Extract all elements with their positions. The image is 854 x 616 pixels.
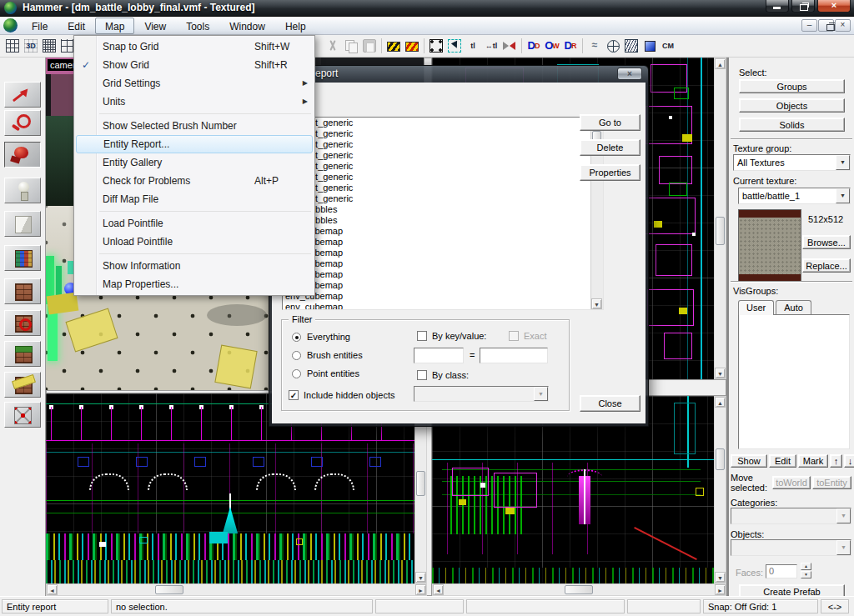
grid-smaller-button[interactable] <box>40 36 58 56</box>
browse-button[interactable]: Browse... <box>802 235 851 249</box>
entity-list-item[interactable]: env_cubemap <box>283 291 603 302</box>
visgroups-edit-button[interactable]: Edit <box>769 454 796 468</box>
map-menu-item-unload-pointfile[interactable]: Unload Pointfile <box>74 233 314 251</box>
map-menu-item-show-information[interactable]: Show Information <box>74 257 314 275</box>
move-down-button[interactable]: ↓ <box>844 454 854 468</box>
exact-checkbox[interactable] <box>509 331 519 341</box>
map-menu-item-entity-gallery[interactable]: Entity Gallery <box>74 153 314 172</box>
by-keyvalue-checkbox[interactable] <box>417 331 427 341</box>
by-class-checkbox[interactable] <box>417 370 427 380</box>
categories-select[interactable]: ▼ <box>731 508 851 524</box>
texture-group-select[interactable]: All Textures ▼ <box>733 154 851 171</box>
selection-tool[interactable] <box>4 82 41 108</box>
dropdown-arrow-icon[interactable]: ▼ <box>836 508 851 523</box>
copy-button[interactable] <box>342 36 360 56</box>
entity-list-item[interactable]: env_bubbles <box>283 215 603 226</box>
select-touching-button[interactable] <box>445 36 464 56</box>
scrollbar-vertical-top-right[interactable]: ▲ ▼ <box>714 58 726 379</box>
carve-button[interactable] <box>500 36 519 56</box>
entity-list-item[interactable]: env_cubemap <box>283 237 603 248</box>
key-input[interactable] <box>414 348 464 363</box>
entity-list-item[interactable]: env_cubemap <box>283 302 603 310</box>
map-menu-item-show-grid[interactable]: ✓Show GridShift+R <box>74 56 314 74</box>
menubar-item-view[interactable]: View <box>134 18 176 34</box>
create-prefab-button[interactable]: Create Prefab <box>739 584 845 596</box>
ow-button[interactable]: OW <box>543 36 561 56</box>
mdi-minimize-button[interactable]: – <box>801 19 817 32</box>
close-dialog-button[interactable]: Close <box>580 395 640 412</box>
toggle-3d-grid-button[interactable]: 3D <box>22 36 40 56</box>
texture-lock-button[interactable]: tl <box>464 36 482 56</box>
apply-texture-tool[interactable] <box>4 278 41 304</box>
texture-scale-lock-button[interactable]: ↔tl <box>482 36 500 56</box>
visgroups-tab-user[interactable]: User <box>738 300 774 315</box>
menubar-item-map[interactable]: Map <box>95 18 134 34</box>
entity-list-item[interactable]: env_cubemap <box>283 258 603 269</box>
entity-list-item[interactable]: ambient_generic <box>283 193 603 204</box>
fade-preview-button[interactable] <box>640 36 659 56</box>
scroll-up-icon[interactable]: ▲ <box>715 397 726 408</box>
group-ignore-button[interactable] <box>384 36 403 56</box>
filter-point-radio[interactable] <box>292 369 301 378</box>
properties-button[interactable]: Properties <box>580 164 640 181</box>
scroll-thumb[interactable] <box>416 471 425 496</box>
magnify-tool[interactable] <box>4 110 41 136</box>
scroll-right-icon[interactable]: ► <box>715 584 726 595</box>
select-groups-button[interactable]: Groups <box>739 79 845 93</box>
replace-button[interactable]: Replace... <box>802 258 851 273</box>
visgroups-show-button[interactable]: Show <box>731 454 767 468</box>
entity-list-item[interactable]: env_cubemap <box>283 248 603 258</box>
objects-select[interactable]: ▼ <box>731 539 851 556</box>
faces-spin-up[interactable]: ▲ <box>801 563 811 570</box>
scroll-down-icon[interactable]: ▼ <box>415 572 426 583</box>
select-bounds-button[interactable] <box>427 36 445 56</box>
hide-entities-button[interactable] <box>403 36 421 56</box>
title-bar[interactable]: Hammer - [dm_battle_lobby_final.vmf - Te… <box>0 0 854 17</box>
entity-tool[interactable] <box>4 178 41 203</box>
entity-list-item[interactable]: ambient_generic <box>283 183 603 193</box>
dropdown-arrow-icon[interactable]: ▼ <box>836 188 850 203</box>
scroll-left-icon[interactable]: ◄ <box>433 584 444 595</box>
minimize-button[interactable] <box>766 0 789 13</box>
paste-button[interactable] <box>360 36 379 56</box>
entity-list-item[interactable]: ambient_generic <box>283 172 603 183</box>
entity-list-item[interactable]: env_cubemap <box>283 226 603 237</box>
dr-button[interactable]: DR <box>561 36 580 56</box>
menubar-item-tools[interactable]: Tools <box>176 18 219 34</box>
entity-list-item[interactable]: ambient_generic <box>283 150 603 161</box>
stripe-box-button[interactable] <box>622 36 640 56</box>
restore-button[interactable] <box>791 0 815 13</box>
map-menu-item-map-properties[interactable]: Map Properties... <box>74 275 314 293</box>
goto-button[interactable]: Go to <box>580 114 640 131</box>
scroll-thumb[interactable] <box>155 585 183 594</box>
scroll-down-icon[interactable]: ▼ <box>591 298 602 309</box>
visgroups-list[interactable] <box>738 314 850 449</box>
select-solids-button[interactable]: Solids <box>739 118 845 132</box>
class-select[interactable]: ▼ <box>414 386 549 402</box>
toggle-grid-button[interactable] <box>3 36 22 56</box>
scroll-down-icon[interactable]: ▼ <box>715 368 726 378</box>
map-menu-item-snap-to-grid[interactable]: Snap to GridShift+W <box>74 38 314 56</box>
scrollbar-horizontal-bottom-left[interactable]: ◄ ► <box>46 583 427 596</box>
entity-list-item[interactable]: ambient_generic <box>283 128 603 139</box>
scroll-thumb[interactable] <box>716 448 725 470</box>
entity-list-item[interactable]: env_cubemap <box>283 280 603 291</box>
map-menu-item-diff-map-file[interactable]: Diff Map File <box>74 190 314 208</box>
filter-brush-radio[interactable] <box>292 351 301 360</box>
menubar-item-edit[interactable]: Edit <box>58 18 95 34</box>
mdi-close-button[interactable]: × <box>835 19 851 32</box>
menubar-item-help[interactable]: Help <box>275 18 316 34</box>
entity-list-item[interactable]: ambient_generic <box>283 139 603 150</box>
visgroups-tab-auto[interactable]: Auto <box>776 300 811 314</box>
value-input[interactable] <box>480 348 548 363</box>
entity-list-item[interactable]: ambient_generic <box>283 118 603 128</box>
include-hidden-checkbox[interactable]: ✓ <box>289 390 299 400</box>
scrollbar-horizontal-bottom-right[interactable]: ◄ ► <box>432 583 726 596</box>
map-menu-item-entity-report[interactable]: Entity Report... <box>76 135 313 153</box>
scroll-thumb[interactable] <box>716 217 725 245</box>
scroll-up-icon[interactable]: ▲ <box>715 58 726 69</box>
overlay-tool[interactable] <box>4 341 41 367</box>
soundscape-button[interactable]: ≈ <box>585 36 604 56</box>
dropdown-arrow-icon[interactable]: ▼ <box>534 387 548 401</box>
entity-list[interactable]: ambient_genericambient_genericambient_ge… <box>282 117 604 310</box>
